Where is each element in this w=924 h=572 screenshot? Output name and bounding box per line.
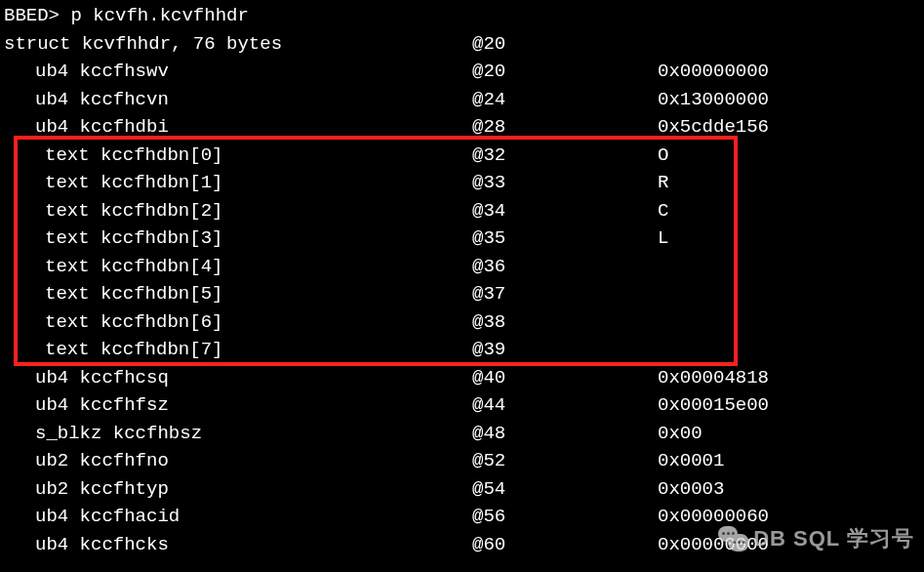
field-offset: @36	[472, 253, 658, 281]
output-row: ub4 kccfhcvn@240x13000000	[4, 86, 920, 114]
field-offset: @35	[472, 225, 658, 253]
field-name: s_blkz kccfhbsz	[4, 420, 472, 448]
command-text: p kcvfh.kcvfhhdr	[70, 2, 248, 30]
field-offset: @48	[472, 420, 658, 448]
field-name: text kccfhdbn[4]	[4, 253, 472, 281]
field-offset: @40	[472, 364, 658, 392]
field-value: R	[658, 169, 668, 197]
field-offset: @37	[472, 280, 658, 308]
field-value: 0x00	[658, 420, 703, 448]
output-row: text kccfhdbn[4]@36	[4, 253, 920, 281]
field-name: ub4 kccfhcsq	[4, 364, 472, 392]
output-row: text kccfhdbn[2]@34C	[4, 197, 920, 225]
field-value: O	[658, 142, 668, 170]
output-row: text kccfhdbn[7]@39	[4, 336, 920, 364]
field-name: ub4 kccfhcvn	[4, 86, 472, 114]
watermark: DB SQL 学习号	[718, 522, 914, 554]
field-value: 0x00000000	[658, 58, 769, 86]
field-name: text kccfhdbn[0]	[4, 142, 472, 170]
output-row: ub2 kccfhtyp@540x0003	[4, 475, 920, 504]
output-row: text kccfhdbn[5]@37	[4, 280, 920, 308]
field-name: ub4 kccfhdbi	[4, 113, 472, 142]
field-value: 0x5cdde156	[658, 113, 769, 142]
field-offset: @60	[472, 531, 658, 559]
field-value: 0x13000000	[658, 86, 769, 114]
field-offset: @33	[472, 169, 658, 197]
field-value: 0x00004818	[658, 364, 769, 392]
field-value: 0x0003	[658, 475, 724, 504]
field-offset: @54	[472, 475, 658, 504]
field-name: text kccfhdbn[7]	[4, 336, 472, 364]
watermark-text: DB SQL 学习号	[753, 522, 914, 554]
output-row: ub4 kccfhdbi@280x5cdde156	[4, 113, 920, 142]
command-line: BBED> p kcvfh.kcvfhhdr	[4, 2, 920, 30]
field-name: text kccfhdbn[5]	[4, 280, 472, 308]
struct-header-line: struct kcvfhhdr, 76 bytes @20	[4, 30, 920, 59]
output-row: text kccfhdbn[1]@33R	[4, 169, 920, 197]
field-name: ub4 kccfhacid	[4, 503, 472, 531]
struct-offset: @20	[472, 30, 658, 59]
output-row: text kccfhdbn[3]@35L	[4, 225, 920, 253]
field-offset: @28	[472, 113, 658, 142]
field-name: text kccfhdbn[3]	[4, 225, 472, 253]
field-offset: @44	[472, 391, 658, 420]
field-offset: @38	[472, 308, 658, 337]
field-name: text kccfhdbn[6]	[4, 308, 472, 337]
field-offset: @39	[472, 336, 658, 364]
field-name: ub4 kccfhfsz	[4, 391, 472, 420]
field-value: 0x0001	[658, 447, 724, 475]
field-value: 0x00015e00	[658, 391, 769, 420]
field-value: C	[658, 197, 668, 225]
output-rows: ub4 kccfhswv@200x00000000ub4 kccfhcvn@24…	[4, 58, 920, 558]
field-offset: @34	[472, 197, 658, 225]
field-name: ub2 kccfhtyp	[4, 475, 472, 504]
output-row: text kccfhdbn[6]@38	[4, 308, 920, 337]
field-name: ub4 kccfhcks	[4, 531, 472, 559]
output-row: ub4 kccfhswv@200x00000000	[4, 58, 920, 86]
field-offset: @20	[472, 58, 658, 86]
wechat-icon	[718, 524, 747, 553]
field-name: ub2 kccfhfno	[4, 447, 472, 475]
field-name: text kccfhdbn[2]	[4, 197, 472, 225]
output-row: text kccfhdbn[0]@32O	[4, 142, 920, 170]
field-offset: @32	[472, 142, 658, 170]
field-offset: @56	[472, 503, 658, 531]
output-row: ub4 kccfhcsq@400x00004818	[4, 364, 920, 392]
output-row: ub4 kccfhfsz@440x00015e00	[4, 391, 920, 420]
prompt: BBED>	[4, 2, 70, 30]
field-name: ub4 kccfhswv	[4, 58, 472, 86]
output-row: ub2 kccfhfno@520x0001	[4, 447, 920, 475]
field-name: text kccfhdbn[1]	[4, 169, 472, 197]
output-row: s_blkz kccfhbsz@480x00	[4, 420, 920, 448]
field-value: L	[658, 225, 668, 253]
field-offset: @52	[472, 447, 658, 475]
field-offset: @24	[472, 86, 658, 114]
struct-name: struct kcvfhhdr, 76 bytes	[4, 30, 472, 59]
